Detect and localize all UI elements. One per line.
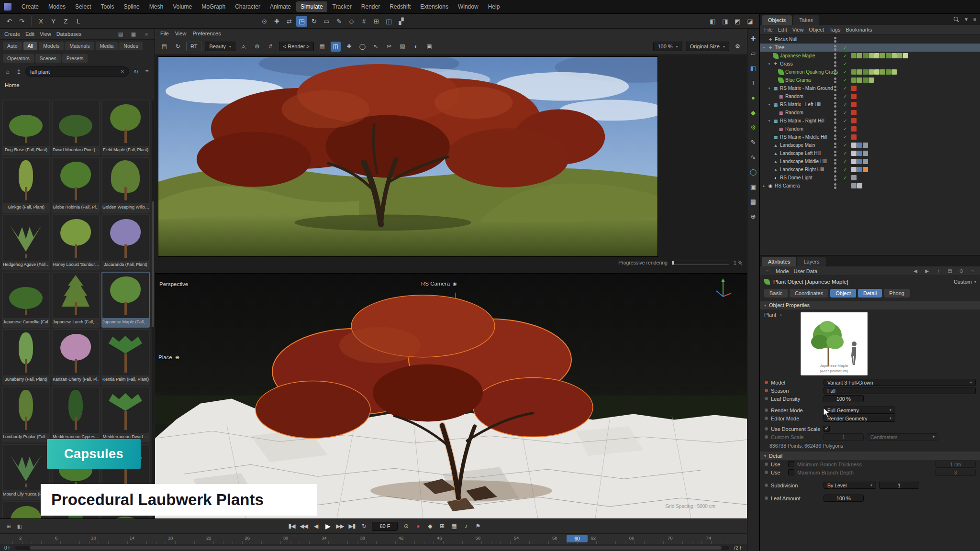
plant-asset[interactable]: Honey Locust 'Sunbur… xyxy=(52,214,100,270)
refresh-icon[interactable]: ↻ xyxy=(132,67,140,76)
visibility-dots[interactable] xyxy=(834,183,836,189)
expand-icon[interactable]: ▸ xyxy=(762,184,766,188)
tag-chips[interactable] xyxy=(851,69,897,75)
object-label[interactable]: Grass xyxy=(780,61,793,66)
render-mode-select[interactable]: Full Geometry xyxy=(824,407,895,414)
render-toolbar-icon[interactable]: ▧ xyxy=(398,42,408,52)
enabled-check-icon[interactable] xyxy=(843,175,847,180)
enabled-check-icon[interactable] xyxy=(843,45,847,50)
attribute-nav-icon[interactable]: ↑ xyxy=(935,268,942,274)
transport-button[interactable]: ▮◀ xyxy=(288,523,296,529)
object-label[interactable]: Landscape Left Hill xyxy=(780,151,821,156)
attribute-nav-icon[interactable]: ▶ xyxy=(924,268,930,274)
enabled-check-icon[interactable] xyxy=(843,53,847,58)
visibility-dots[interactable] xyxy=(834,118,836,124)
plant-asset[interactable]: Dog-Rose (Fall, Plant) xyxy=(2,99,50,155)
enabled-check-icon[interactable] xyxy=(843,94,847,99)
animation-option-icon[interactable]: ● xyxy=(414,523,422,529)
tool-strip-icon[interactable]: ◧ xyxy=(748,63,758,73)
viewport-name-label[interactable]: Perspective xyxy=(159,281,188,287)
asset-menu-item[interactable]: Edit xyxy=(25,31,34,37)
toolbar-icon[interactable]: ▭ xyxy=(321,16,332,27)
plant-asset[interactable]: Lombardy Poplar (Fall… xyxy=(2,386,50,442)
object-manager-menu-item[interactable]: Edit xyxy=(778,27,787,33)
tag-chips[interactable] xyxy=(851,159,868,164)
visibility-dots[interactable] xyxy=(834,175,836,181)
leaf-density-field[interactable]: 100 % xyxy=(824,395,864,402)
enabled-check-icon[interactable] xyxy=(843,126,847,132)
rt-button[interactable]: RT xyxy=(186,42,201,51)
plant-asset[interactable]: Field Maple (Fall, Plant) xyxy=(101,99,150,155)
object-label[interactable]: RS Camera xyxy=(775,183,800,188)
transport-button[interactable]: ◀◀ xyxy=(300,523,308,529)
plant-asset[interactable]: Mediterranean Cypres… xyxy=(52,386,100,442)
transport-button[interactable]: ▶▶ xyxy=(336,523,344,529)
enabled-check-icon[interactable] xyxy=(843,134,847,140)
plant-asset[interactable]: Ginkgo (Fall, Plant) xyxy=(2,157,50,213)
visibility-dots[interactable] xyxy=(834,53,836,59)
render-toolbar-icon[interactable]: ✚ xyxy=(344,42,354,52)
render-toolbar-icon[interactable]: ▣ xyxy=(424,42,434,52)
editor-mode-select[interactable]: Render Geometry xyxy=(824,415,895,422)
enabled-check-icon[interactable] xyxy=(843,167,847,172)
render-toolbar-icon[interactable]: ▤ xyxy=(159,42,169,52)
object-manager-tab[interactable]: Takes xyxy=(793,15,819,25)
object-label[interactable]: Random xyxy=(785,94,803,99)
render-toolbar-icon[interactable]: ◐ xyxy=(411,42,421,52)
perspective-viewport[interactable]: Perspective RS Camera ◉ Place ⊕ Grid Spa… xyxy=(155,273,747,518)
tag-chips[interactable] xyxy=(851,167,868,172)
model-select[interactable]: Variant 3 Full-Grown xyxy=(824,379,976,386)
visibility-dots[interactable] xyxy=(834,126,836,132)
toolbar-icon[interactable]: ✚ xyxy=(271,16,282,27)
expand-icon[interactable]: ▾ xyxy=(767,103,771,107)
timeline-left-icon[interactable]: ⊞ xyxy=(4,522,13,530)
tool-strip-icon[interactable]: ✎ xyxy=(748,137,758,147)
attribute-section-tab[interactable]: Basic xyxy=(764,289,788,298)
visibility-dots[interactable] xyxy=(834,61,836,67)
object-row[interactable]: Landscape Middle Hill xyxy=(760,157,980,165)
custom-preset-select[interactable]: Custom xyxy=(954,279,976,285)
plant-asset[interactable]: Jacaranda (Fall, Plant) xyxy=(101,214,150,270)
tag-chips[interactable] xyxy=(851,110,857,115)
tag-chips[interactable] xyxy=(851,118,857,123)
subdivision-select[interactable]: By Level xyxy=(824,482,876,489)
tool-strip-icon[interactable]: ▱ xyxy=(748,48,758,58)
object-row[interactable]: ▾ Grass xyxy=(760,60,980,68)
menu-item[interactable]: Create xyxy=(17,1,43,12)
render-toolbar-icon[interactable]: ◫ xyxy=(331,42,341,52)
transport-button[interactable]: ▶ xyxy=(324,522,332,530)
render-target-select[interactable]: < Render > xyxy=(279,42,314,51)
tool-strip-icon[interactable]: ⚙ xyxy=(748,122,758,132)
attribute-section-tab[interactable]: Phong xyxy=(884,289,910,298)
toolbar-icon[interactable]: ◳ xyxy=(296,16,307,27)
render-view-menu-item[interactable]: Preferences xyxy=(192,31,221,36)
attribute-section-tab[interactable]: Coordinates xyxy=(790,289,828,298)
tool-strip-icon[interactable]: ◯ xyxy=(748,167,758,176)
tool-strip-icon[interactable]: ◆ xyxy=(748,108,758,117)
visibility-dots[interactable] xyxy=(834,167,836,173)
object-row[interactable]: Blue Grama xyxy=(760,76,980,84)
object-row[interactable]: Landscape Right Hill xyxy=(760,165,980,174)
custom-scale-unit-select[interactable]: Centimeters xyxy=(867,433,938,441)
tool-strip-icon[interactable]: ● xyxy=(748,93,758,102)
render-view-menu-item[interactable]: View xyxy=(175,31,187,36)
toolbar-icon[interactable]: ◇ xyxy=(346,16,357,27)
menu-item[interactable]: Simulate xyxy=(296,1,327,12)
render-toolbar-icon[interactable]: ↻ xyxy=(173,42,183,52)
render-toolbar-icon[interactable]: ◯ xyxy=(357,42,368,52)
timeline-ruler[interactable]: 261014182226303438424650545862667074 60 xyxy=(0,533,747,544)
axis-toggle[interactable]: X xyxy=(35,16,46,27)
animation-option-icon[interactable]: ⊙ xyxy=(402,523,410,529)
asset-menu-item[interactable]: Databases xyxy=(56,31,82,37)
plant-asset[interactable]: Globe Robinia (Fall, Pl… xyxy=(52,157,100,213)
transport-button[interactable]: ▶▮ xyxy=(348,523,356,529)
redo-icon[interactable]: ↷ xyxy=(16,16,27,27)
object-label[interactable]: Random xyxy=(785,126,803,132)
attribute-nav-icon[interactable]: ◀ xyxy=(912,268,919,274)
attribute-tab[interactable]: Attributes xyxy=(762,257,796,266)
animation-option-icon[interactable]: ♪ xyxy=(462,523,469,529)
object-label[interactable]: RS Matrix - Middle Hill xyxy=(780,134,827,140)
menu-item[interactable]: Tools xyxy=(96,1,118,12)
toolbar-icon[interactable]: ↻ xyxy=(309,16,320,27)
plant-asset[interactable]: Japanese Camellia (Fal… xyxy=(2,272,50,328)
